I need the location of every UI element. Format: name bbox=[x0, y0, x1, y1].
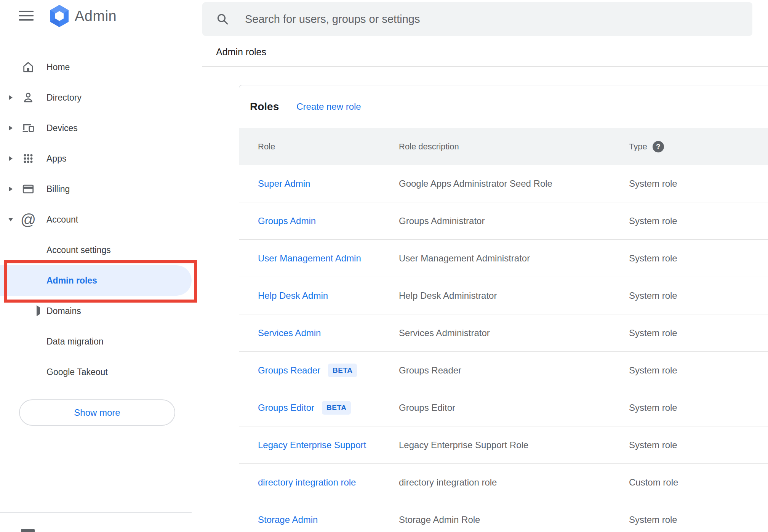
table-row: Legacy Enterprise Support Legacy Enterpr… bbox=[239, 426, 768, 464]
sidebar-item-domains[interactable]: Domains bbox=[0, 296, 192, 326]
table-row: Services Admin Services Administrator Sy… bbox=[239, 314, 768, 352]
table-row: User Management Admin User Management Ad… bbox=[239, 240, 768, 277]
hamburger-menu-icon[interactable] bbox=[19, 11, 34, 21]
role-type: System role bbox=[629, 365, 768, 376]
at-sign-icon: @ bbox=[21, 212, 36, 227]
column-header-type: Type bbox=[629, 142, 647, 152]
sidebar-item-google-takeout[interactable]: Google Takeout bbox=[0, 357, 192, 387]
role-description: Legacy Enterprise Support Role bbox=[399, 440, 629, 450]
create-new-role-link[interactable]: Create new role bbox=[296, 101, 361, 112]
sidebar-item-label: Billing bbox=[46, 184, 70, 194]
table-row: Groups ReaderBETA Groups Reader System r… bbox=[239, 352, 768, 389]
sidebar-divider bbox=[0, 512, 192, 513]
table-row: directory integration role directory int… bbox=[239, 464, 768, 501]
sidebar-item-label: Apps bbox=[46, 154, 66, 164]
sidebar-item-home[interactable]: Home bbox=[0, 52, 192, 82]
sidebar-item-apps[interactable]: Apps bbox=[0, 143, 192, 174]
role-type: System role bbox=[629, 328, 768, 338]
apps-grid-icon bbox=[21, 151, 36, 166]
sidebar-item-label: Account bbox=[46, 215, 78, 225]
table-row: Super Admin Google Apps Administrator Se… bbox=[239, 165, 768, 202]
credit-card-icon bbox=[21, 181, 36, 197]
chevron-right-icon[interactable] bbox=[6, 95, 15, 100]
role-description: Google Apps Administrator Seed Role bbox=[399, 178, 629, 189]
truncated-sidebar-icon bbox=[21, 529, 35, 532]
role-link[interactable]: directory integration role bbox=[258, 477, 356, 488]
chevron-down-icon[interactable] bbox=[6, 218, 15, 221]
column-header-role-description: Role description bbox=[399, 142, 629, 152]
role-type: System role bbox=[629, 290, 768, 301]
sidebar-item-label: Domains bbox=[46, 306, 81, 316]
beta-badge: BETA bbox=[322, 401, 351, 415]
role-type: System role bbox=[629, 402, 768, 413]
devices-icon bbox=[21, 120, 36, 136]
role-description: User Management Administrator bbox=[399, 253, 629, 264]
search-icon bbox=[216, 13, 229, 26]
role-type: System role bbox=[629, 253, 768, 264]
sidebar-item-account[interactable]: @ Account bbox=[0, 204, 192, 235]
roles-card: Roles Create new role Role Role descript… bbox=[239, 85, 768, 532]
chevron-right-icon[interactable] bbox=[6, 126, 15, 130]
chevron-right-icon[interactable] bbox=[6, 187, 15, 191]
table-row: Help Desk Admin Help Desk Administrator … bbox=[239, 277, 768, 314]
breadcrumb: Admin roles bbox=[216, 46, 266, 58]
roles-title: Roles bbox=[250, 101, 279, 113]
role-link[interactable]: Help Desk Admin bbox=[258, 290, 328, 301]
sidebar-item-account-settings[interactable]: Account settings bbox=[0, 235, 192, 265]
sidebar-item-data-migration[interactable]: Data migration bbox=[0, 326, 192, 357]
chevron-right-icon[interactable] bbox=[37, 308, 40, 314]
column-header-role: Role bbox=[258, 142, 399, 152]
role-link[interactable]: Groups Reader bbox=[258, 365, 320, 376]
sidebar-item-label: Data migration bbox=[46, 337, 104, 347]
role-description: Groups Reader bbox=[399, 365, 629, 376]
show-more-button[interactable]: Show more bbox=[19, 399, 175, 426]
role-link[interactable]: User Management Admin bbox=[258, 253, 361, 264]
role-link[interactable]: Groups Admin bbox=[258, 216, 316, 226]
search-bar[interactable] bbox=[202, 2, 752, 36]
search-input[interactable] bbox=[245, 13, 702, 26]
sidebar-item-billing[interactable]: Billing bbox=[0, 174, 192, 204]
role-link[interactable]: Groups Editor bbox=[258, 402, 314, 413]
role-description: Storage Admin Role bbox=[399, 514, 629, 525]
sidebar-item-label: Home bbox=[46, 62, 70, 72]
role-type: Custom role bbox=[629, 477, 768, 488]
role-description: Help Desk Administrator bbox=[399, 290, 629, 301]
beta-badge: BETA bbox=[328, 364, 357, 377]
sidebar-item-admin-roles[interactable]: Admin roles bbox=[0, 265, 192, 296]
logo-product-name: Admin bbox=[75, 8, 117, 24]
role-description: Groups Editor bbox=[399, 402, 629, 413]
role-link[interactable]: Legacy Enterprise Support bbox=[258, 440, 366, 450]
role-description: directory integration role bbox=[399, 477, 629, 488]
role-description: Groups Administrator bbox=[399, 216, 629, 226]
sidebar-nav: Home Directory Devices bbox=[0, 52, 202, 387]
sidebar-item-label: Admin roles bbox=[46, 276, 97, 286]
admin-logo-icon bbox=[49, 5, 70, 27]
home-icon bbox=[21, 59, 36, 75]
sidebar-item-label: Google Takeout bbox=[46, 367, 108, 377]
table-row: Storage Admin Storage Admin Role System … bbox=[239, 501, 768, 532]
table-header-row: Role Role description Type ? bbox=[239, 128, 768, 165]
sidebar-item-directory[interactable]: Directory bbox=[0, 82, 192, 113]
role-type: System role bbox=[629, 216, 768, 226]
header-divider bbox=[202, 66, 768, 67]
person-icon bbox=[21, 90, 36, 105]
role-type: System role bbox=[629, 514, 768, 525]
chevron-right-icon[interactable] bbox=[6, 156, 15, 161]
admin-logo: Admin bbox=[49, 5, 117, 27]
table-row: Groups EditorBETA Groups Editor System r… bbox=[239, 389, 768, 426]
role-type: System role bbox=[629, 178, 768, 189]
role-link[interactable]: Storage Admin bbox=[258, 514, 318, 525]
sidebar-item-devices[interactable]: Devices bbox=[0, 113, 192, 143]
role-link[interactable]: Services Admin bbox=[258, 328, 321, 338]
role-link[interactable]: Super Admin bbox=[258, 178, 310, 189]
sidebar-item-label: Directory bbox=[46, 93, 82, 103]
roles-card-header: Roles Create new role bbox=[239, 85, 768, 128]
role-type: System role bbox=[629, 440, 768, 450]
help-icon[interactable]: ? bbox=[653, 141, 664, 152]
sidebar-item-label: Devices bbox=[46, 123, 78, 133]
role-description: Services Administrator bbox=[399, 328, 629, 338]
sidebar-item-label: Account settings bbox=[46, 245, 111, 255]
table-row: Groups Admin Groups Administrator System… bbox=[239, 202, 768, 240]
